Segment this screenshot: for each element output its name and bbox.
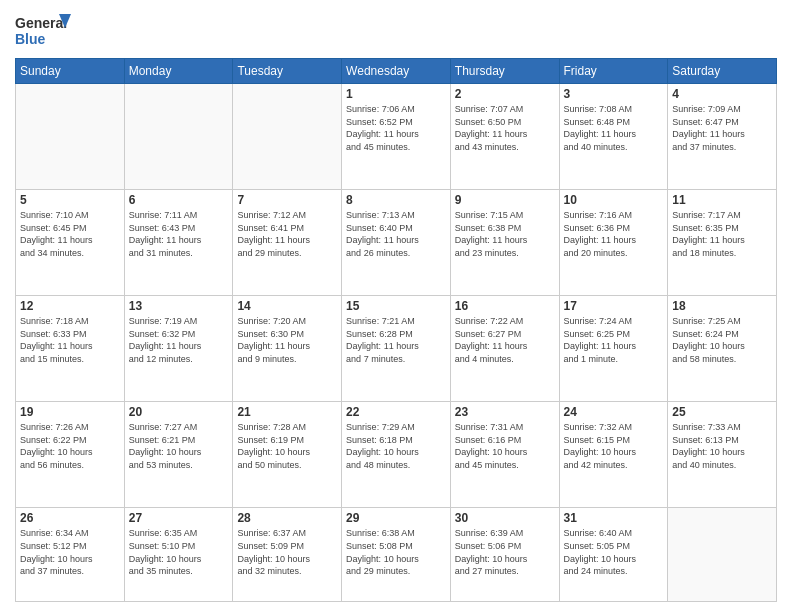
day-info: Sunrise: 7:13 AM Sunset: 6:40 PM Dayligh… <box>346 209 446 259</box>
day-info: Sunrise: 7:09 AM Sunset: 6:47 PM Dayligh… <box>672 103 772 153</box>
day-number: 25 <box>672 405 772 419</box>
day-number: 29 <box>346 511 446 525</box>
calendar-cell: 31Sunrise: 6:40 AM Sunset: 5:05 PM Dayli… <box>559 508 668 602</box>
day-number: 22 <box>346 405 446 419</box>
calendar-cell: 19Sunrise: 7:26 AM Sunset: 6:22 PM Dayli… <box>16 402 125 508</box>
day-info: Sunrise: 7:19 AM Sunset: 6:32 PM Dayligh… <box>129 315 229 365</box>
calendar-cell: 28Sunrise: 6:37 AM Sunset: 5:09 PM Dayli… <box>233 508 342 602</box>
day-number: 6 <box>129 193 229 207</box>
day-number: 7 <box>237 193 337 207</box>
day-number: 5 <box>20 193 120 207</box>
calendar-cell <box>668 508 777 602</box>
calendar-cell: 18Sunrise: 7:25 AM Sunset: 6:24 PM Dayli… <box>668 296 777 402</box>
day-info: Sunrise: 7:08 AM Sunset: 6:48 PM Dayligh… <box>564 103 664 153</box>
day-number: 27 <box>129 511 229 525</box>
day-info: Sunrise: 7:31 AM Sunset: 6:16 PM Dayligh… <box>455 421 555 471</box>
week-row-4: 19Sunrise: 7:26 AM Sunset: 6:22 PM Dayli… <box>16 402 777 508</box>
column-header-monday: Monday <box>124 59 233 84</box>
calendar-cell: 20Sunrise: 7:27 AM Sunset: 6:21 PM Dayli… <box>124 402 233 508</box>
svg-text:General: General <box>15 15 67 31</box>
day-info: Sunrise: 7:29 AM Sunset: 6:18 PM Dayligh… <box>346 421 446 471</box>
calendar-cell: 6Sunrise: 7:11 AM Sunset: 6:43 PM Daylig… <box>124 190 233 296</box>
calendar-cell: 17Sunrise: 7:24 AM Sunset: 6:25 PM Dayli… <box>559 296 668 402</box>
day-info: Sunrise: 7:16 AM Sunset: 6:36 PM Dayligh… <box>564 209 664 259</box>
calendar-cell: 2Sunrise: 7:07 AM Sunset: 6:50 PM Daylig… <box>450 84 559 190</box>
day-info: Sunrise: 7:28 AM Sunset: 6:19 PM Dayligh… <box>237 421 337 471</box>
day-info: Sunrise: 7:22 AM Sunset: 6:27 PM Dayligh… <box>455 315 555 365</box>
week-row-1: 1Sunrise: 7:06 AM Sunset: 6:52 PM Daylig… <box>16 84 777 190</box>
calendar-cell: 27Sunrise: 6:35 AM Sunset: 5:10 PM Dayli… <box>124 508 233 602</box>
page: GeneralBlue SundayMondayTuesdayWednesday… <box>0 0 792 612</box>
logo-svg: GeneralBlue <box>15 10 75 50</box>
calendar-cell: 10Sunrise: 7:16 AM Sunset: 6:36 PM Dayli… <box>559 190 668 296</box>
day-number: 12 <box>20 299 120 313</box>
calendar-cell: 13Sunrise: 7:19 AM Sunset: 6:32 PM Dayli… <box>124 296 233 402</box>
day-info: Sunrise: 7:24 AM Sunset: 6:25 PM Dayligh… <box>564 315 664 365</box>
day-number: 10 <box>564 193 664 207</box>
day-info: Sunrise: 7:27 AM Sunset: 6:21 PM Dayligh… <box>129 421 229 471</box>
header: GeneralBlue <box>15 10 777 50</box>
day-info: Sunrise: 6:37 AM Sunset: 5:09 PM Dayligh… <box>237 527 337 577</box>
day-number: 9 <box>455 193 555 207</box>
day-number: 13 <box>129 299 229 313</box>
week-row-3: 12Sunrise: 7:18 AM Sunset: 6:33 PM Dayli… <box>16 296 777 402</box>
day-number: 14 <box>237 299 337 313</box>
day-number: 4 <box>672 87 772 101</box>
day-info: Sunrise: 7:15 AM Sunset: 6:38 PM Dayligh… <box>455 209 555 259</box>
calendar-cell: 16Sunrise: 7:22 AM Sunset: 6:27 PM Dayli… <box>450 296 559 402</box>
calendar-cell: 25Sunrise: 7:33 AM Sunset: 6:13 PM Dayli… <box>668 402 777 508</box>
calendar-cell <box>124 84 233 190</box>
calendar-cell: 14Sunrise: 7:20 AM Sunset: 6:30 PM Dayli… <box>233 296 342 402</box>
calendar-cell: 12Sunrise: 7:18 AM Sunset: 6:33 PM Dayli… <box>16 296 125 402</box>
day-number: 1 <box>346 87 446 101</box>
day-number: 3 <box>564 87 664 101</box>
calendar-cell <box>16 84 125 190</box>
calendar-cell: 4Sunrise: 7:09 AM Sunset: 6:47 PM Daylig… <box>668 84 777 190</box>
day-info: Sunrise: 7:10 AM Sunset: 6:45 PM Dayligh… <box>20 209 120 259</box>
calendar-cell: 29Sunrise: 6:38 AM Sunset: 5:08 PM Dayli… <box>342 508 451 602</box>
calendar-cell: 3Sunrise: 7:08 AM Sunset: 6:48 PM Daylig… <box>559 84 668 190</box>
column-header-saturday: Saturday <box>668 59 777 84</box>
calendar-cell: 22Sunrise: 7:29 AM Sunset: 6:18 PM Dayli… <box>342 402 451 508</box>
day-info: Sunrise: 7:32 AM Sunset: 6:15 PM Dayligh… <box>564 421 664 471</box>
day-info: Sunrise: 7:20 AM Sunset: 6:30 PM Dayligh… <box>237 315 337 365</box>
day-number: 8 <box>346 193 446 207</box>
day-info: Sunrise: 7:07 AM Sunset: 6:50 PM Dayligh… <box>455 103 555 153</box>
calendar-cell: 15Sunrise: 7:21 AM Sunset: 6:28 PM Dayli… <box>342 296 451 402</box>
column-header-wednesday: Wednesday <box>342 59 451 84</box>
day-info: Sunrise: 7:21 AM Sunset: 6:28 PM Dayligh… <box>346 315 446 365</box>
day-number: 2 <box>455 87 555 101</box>
column-header-friday: Friday <box>559 59 668 84</box>
week-row-5: 26Sunrise: 6:34 AM Sunset: 5:12 PM Dayli… <box>16 508 777 602</box>
day-info: Sunrise: 6:35 AM Sunset: 5:10 PM Dayligh… <box>129 527 229 577</box>
day-info: Sunrise: 7:33 AM Sunset: 6:13 PM Dayligh… <box>672 421 772 471</box>
day-number: 30 <box>455 511 555 525</box>
day-number: 21 <box>237 405 337 419</box>
day-number: 18 <box>672 299 772 313</box>
calendar-cell: 30Sunrise: 6:39 AM Sunset: 5:06 PM Dayli… <box>450 508 559 602</box>
day-info: Sunrise: 7:06 AM Sunset: 6:52 PM Dayligh… <box>346 103 446 153</box>
calendar-cell: 11Sunrise: 7:17 AM Sunset: 6:35 PM Dayli… <box>668 190 777 296</box>
calendar-cell: 9Sunrise: 7:15 AM Sunset: 6:38 PM Daylig… <box>450 190 559 296</box>
day-info: Sunrise: 7:18 AM Sunset: 6:33 PM Dayligh… <box>20 315 120 365</box>
svg-text:Blue: Blue <box>15 31 46 47</box>
day-info: Sunrise: 7:26 AM Sunset: 6:22 PM Dayligh… <box>20 421 120 471</box>
week-row-2: 5Sunrise: 7:10 AM Sunset: 6:45 PM Daylig… <box>16 190 777 296</box>
calendar-cell: 24Sunrise: 7:32 AM Sunset: 6:15 PM Dayli… <box>559 402 668 508</box>
calendar-cell: 1Sunrise: 7:06 AM Sunset: 6:52 PM Daylig… <box>342 84 451 190</box>
day-number: 20 <box>129 405 229 419</box>
column-header-tuesday: Tuesday <box>233 59 342 84</box>
calendar-cell: 8Sunrise: 7:13 AM Sunset: 6:40 PM Daylig… <box>342 190 451 296</box>
day-number: 17 <box>564 299 664 313</box>
day-info: Sunrise: 6:39 AM Sunset: 5:06 PM Dayligh… <box>455 527 555 577</box>
day-number: 23 <box>455 405 555 419</box>
logo: GeneralBlue <box>15 10 75 50</box>
calendar-cell: 26Sunrise: 6:34 AM Sunset: 5:12 PM Dayli… <box>16 508 125 602</box>
day-info: Sunrise: 6:40 AM Sunset: 5:05 PM Dayligh… <box>564 527 664 577</box>
day-number: 28 <box>237 511 337 525</box>
day-info: Sunrise: 7:25 AM Sunset: 6:24 PM Dayligh… <box>672 315 772 365</box>
calendar-cell: 21Sunrise: 7:28 AM Sunset: 6:19 PM Dayli… <box>233 402 342 508</box>
day-info: Sunrise: 7:12 AM Sunset: 6:41 PM Dayligh… <box>237 209 337 259</box>
calendar-cell: 5Sunrise: 7:10 AM Sunset: 6:45 PM Daylig… <box>16 190 125 296</box>
calendar-header-row: SundayMondayTuesdayWednesdayThursdayFrid… <box>16 59 777 84</box>
